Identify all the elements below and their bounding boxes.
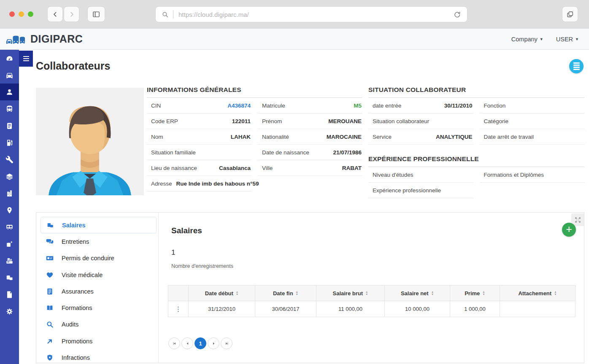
field-label: Service — [373, 134, 392, 140]
sort-icon[interactable] — [554, 291, 557, 295]
sidebar-panel-icon — [92, 10, 100, 19]
tab-visite-medicale[interactable]: Visite médicale — [36, 267, 158, 283]
cash-register-icon — [5, 257, 14, 265]
user-menu[interactable]: USER ▼ — [556, 36, 579, 43]
browser-forward-button[interactable] — [64, 6, 79, 22]
tab-infractions[interactable]: Infractions — [36, 349, 158, 364]
kebab-menu-icon[interactable] — [175, 305, 181, 313]
field-row-date-arret: Date arrêt de travail — [480, 129, 585, 145]
coins-icon — [5, 274, 14, 282]
field-row-situation-familiale: Situation familiale — [147, 145, 251, 160]
company-menu[interactable]: Company ▼ — [511, 36, 543, 43]
tab-salaires[interactable]: Salaires — [41, 217, 157, 233]
column-header-salaire-net[interactable]: Salaire net — [385, 286, 450, 301]
brand-logo[interactable]: DIGIPARC — [6, 29, 83, 49]
sidebar-item-documents[interactable] — [0, 117, 19, 134]
sidebar-item-salaries[interactable] — [0, 235, 19, 252]
sort-icon[interactable] — [296, 291, 298, 295]
sort-icon[interactable] — [431, 291, 434, 295]
window-controls — [9, 11, 33, 17]
field-row-matricule: MatriculeM5 — [258, 98, 362, 113]
brand-name: DIGIPARC — [30, 33, 83, 45]
sidebar-item-fleet[interactable] — [0, 218, 19, 235]
magnifier-icon — [46, 321, 54, 328]
bus-driver-icon — [5, 105, 14, 113]
sidebar-item-fuel[interactable] — [0, 134, 19, 151]
sidebar-item-drivers[interactable] — [0, 100, 19, 117]
column-label: Date début — [205, 290, 233, 297]
add-record-button[interactable] — [562, 223, 576, 237]
tab-permis-de-conduire[interactable]: Permis de conduire — [36, 250, 158, 267]
page-1-button[interactable]: 1 — [195, 337, 206, 349]
column-header-salaire-brut[interactable]: Salaire brut — [316, 286, 385, 301]
section-general-info: INFORMATIONS GÉNÉRALES CINA436874 Code E… — [147, 84, 362, 191]
tab-entretiens[interactable]: Entretiens — [36, 233, 158, 250]
sidebar-item-collaborators[interactable] — [0, 84, 19, 100]
document-icon — [46, 288, 54, 295]
column-label: Date fin — [273, 290, 293, 297]
browser-back-button[interactable] — [47, 6, 63, 22]
minimize-window-button[interactable] — [19, 11, 24, 17]
field-row-fonction: Fonction — [480, 98, 585, 113]
tab-assurances[interactable]: Assurances — [36, 283, 158, 299]
section-title: INFORMATIONS GÉNÉRALES — [147, 84, 362, 98]
address-bar[interactable]: https://cloud.digiparc.ma/ — [155, 6, 467, 22]
prev-page-button[interactable] — [181, 337, 193, 349]
sidebar-item-stock[interactable] — [0, 168, 19, 185]
tab-formations[interactable]: Formations — [36, 299, 158, 316]
layers-icon — [5, 173, 14, 181]
tab-label: Audits — [62, 321, 78, 328]
field-value: 21/07/1986 — [333, 149, 362, 156]
sidebar-item-agencies[interactable] — [0, 185, 19, 202]
tab-promotions[interactable]: Promotions — [36, 333, 158, 349]
sidebar-item-settings[interactable] — [0, 303, 19, 320]
sidebar-item-maintenance[interactable] — [0, 151, 19, 168]
list-view-button[interactable] — [569, 59, 584, 73]
field-label: Nationalité — [262, 134, 289, 140]
last-page-button[interactable] — [221, 337, 232, 349]
sidebar-item-cash-register[interactable] — [0, 252, 19, 269]
field-value: Rue Inde imb des habous n°59 — [176, 181, 259, 187]
close-window-button[interactable] — [9, 11, 15, 17]
field-value: RABAT — [342, 165, 362, 171]
caret-down-icon: ▼ — [540, 37, 543, 41]
profile-photo[interactable] — [36, 88, 144, 195]
field-value: M5 — [354, 102, 362, 109]
sidebar-item-tracking[interactable] — [0, 202, 19, 218]
gauge-icon — [5, 54, 14, 62]
field-row-adresse: AdresseRue Inde imb des habous n°59 — [147, 176, 251, 191]
side-nav — [0, 50, 19, 364]
section-title: EXPÉRIENCE PROFESSIONNELLE — [368, 153, 584, 167]
first-page-button[interactable] — [168, 337, 180, 349]
browser-sidebar-toggle-button[interactable] — [87, 6, 105, 22]
sidebar-item-dashboard[interactable] — [0, 50, 19, 67]
sidebar-item-reports[interactable] — [0, 286, 19, 303]
tab-label: Permis de conduire — [62, 255, 114, 262]
url-text[interactable]: https://cloud.digiparc.ma/ — [178, 11, 453, 18]
sort-icon[interactable] — [482, 291, 485, 295]
tab-audits[interactable]: Audits — [36, 316, 158, 333]
refresh-icon[interactable] — [453, 11, 461, 19]
column-header-prime[interactable]: Prime — [450, 286, 500, 301]
column-header-date-fin[interactable]: Date fin — [255, 286, 316, 301]
field-value: LAHAK — [231, 134, 251, 140]
browser-tabs-button[interactable] — [562, 6, 578, 22]
sort-icon[interactable] — [365, 291, 368, 295]
browser-chrome: https://cloud.digiparc.ma/ — [0, 0, 589, 29]
field-value: Casablanca — [219, 165, 251, 171]
next-page-button[interactable] — [208, 337, 219, 349]
sort-icon[interactable] — [236, 291, 238, 295]
sidebar-item-finance[interactable] — [0, 269, 19, 286]
zoom-window-button[interactable] — [28, 11, 33, 17]
column-header-attachement[interactable]: Attachement — [500, 286, 575, 301]
column-header-date-debut[interactable]: Date début — [189, 286, 255, 301]
field-row-nationalite: NationalitéMAROCAINE — [258, 129, 362, 145]
tabs-overview-icon — [566, 11, 574, 18]
field-label: Matricule — [262, 102, 285, 109]
field-value[interactable]: A436874 — [227, 102, 251, 109]
field-label: Adresse — [151, 181, 172, 187]
sidebar-item-vehicles[interactable] — [0, 67, 19, 84]
menu-toggle-button[interactable] — [19, 51, 33, 67]
field-label: date entrée — [373, 102, 401, 109]
field-row-lieu-naissance: Lieu de naissanceCasablanca — [147, 160, 251, 176]
